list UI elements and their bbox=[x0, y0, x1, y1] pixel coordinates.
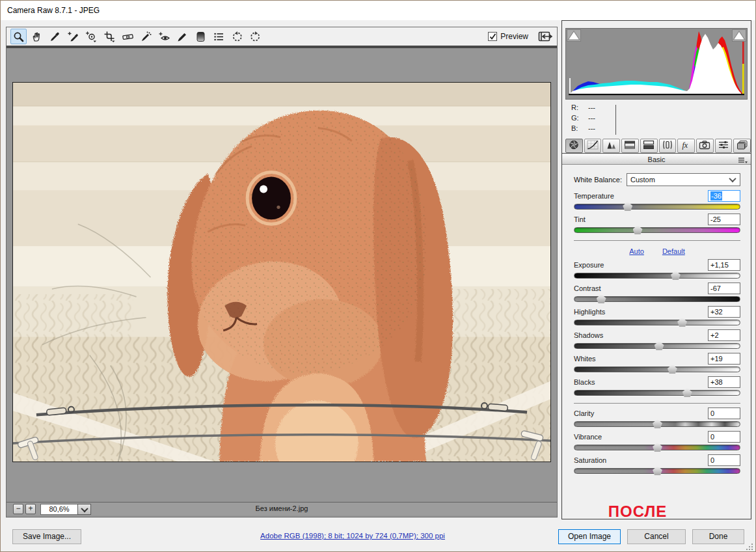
tab-presets[interactable] bbox=[715, 139, 733, 153]
temperature-slider-track[interactable] bbox=[574, 204, 740, 210]
contrast-slider-thumb[interactable] bbox=[597, 294, 606, 303]
workflow-options-link[interactable]: Adobe RGB (1998); 8 bit; 1024 by 724 (0,… bbox=[260, 532, 445, 540]
shadows-slider-thumb[interactable] bbox=[655, 341, 664, 350]
shadows-value-input[interactable]: +2 bbox=[708, 329, 740, 341]
split-bars-icon bbox=[643, 140, 655, 152]
open-image-button[interactable]: Open Image bbox=[558, 529, 621, 544]
fx-letters-icon: fx bbox=[681, 140, 692, 152]
straighten-tool-button[interactable] bbox=[120, 29, 136, 44]
blacks-value-input[interactable]: +38 bbox=[708, 376, 740, 388]
spot-removal-tool-button[interactable] bbox=[138, 29, 154, 44]
whites-slider-thumb[interactable] bbox=[668, 365, 677, 374]
shadow-clipping-warning-button[interactable] bbox=[567, 29, 581, 42]
panel-title: Basic bbox=[648, 156, 666, 163]
exposure-slider-track[interactable] bbox=[574, 273, 740, 279]
targeted-adjustment-tool-button[interactable] bbox=[83, 29, 100, 44]
rabbit-photo-graphic bbox=[13, 83, 550, 462]
preview-toggle[interactable]: Preview bbox=[488, 32, 528, 41]
tab-lens-corrections[interactable] bbox=[659, 139, 677, 153]
exposure-slider-thumb[interactable] bbox=[671, 271, 681, 280]
vibrance-slider-track[interactable] bbox=[574, 445, 740, 450]
white-balance-select[interactable]: Custom bbox=[627, 173, 740, 186]
contrast-value-input[interactable]: -67 bbox=[708, 283, 740, 294]
fullscreen-toggle-icon[interactable] bbox=[537, 30, 553, 43]
vibrance-value-input[interactable]: 0 bbox=[708, 431, 740, 443]
tab-split-toning[interactable] bbox=[640, 139, 658, 153]
section-divider bbox=[574, 240, 740, 241]
highlights-value-input[interactable]: +32 bbox=[708, 306, 740, 318]
eyedropper-icon bbox=[49, 31, 61, 42]
tab-hsl-grayscale[interactable] bbox=[621, 139, 639, 153]
hand-tool-button[interactable] bbox=[29, 29, 45, 44]
red-eye-tool-button[interactable] bbox=[156, 29, 172, 44]
white-balance-sliders: Temperature-36Tint-25 bbox=[574, 189, 740, 233]
resize-grip[interactable] bbox=[746, 543, 753, 551]
whites-slider-track[interactable] bbox=[574, 366, 740, 372]
adjustment-brush-tool-button[interactable] bbox=[174, 29, 191, 44]
saturation-slider-thumb[interactable] bbox=[653, 466, 662, 475]
graduated-filter-tool-button[interactable] bbox=[193, 29, 209, 44]
tab-tone-curve[interactable] bbox=[584, 139, 602, 153]
blacks-slider-track[interactable] bbox=[574, 390, 740, 396]
preview-checkbox[interactable] bbox=[488, 32, 497, 41]
zoom-tool-button[interactable] bbox=[10, 29, 27, 44]
stacked-squares-icon bbox=[736, 140, 748, 152]
panel-menu-icon[interactable] bbox=[738, 156, 748, 167]
tab-snapshots[interactable] bbox=[733, 139, 751, 153]
photo-rabbit[interactable] bbox=[12, 82, 551, 462]
r-label: R: bbox=[571, 104, 588, 114]
default-link[interactable]: Default bbox=[662, 247, 685, 255]
contrast-slider-track[interactable] bbox=[574, 296, 740, 302]
temperature-slider-thumb[interactable] bbox=[623, 202, 632, 211]
rotate-cw-arrow-icon bbox=[250, 31, 261, 42]
rotate-right-tool-button[interactable] bbox=[247, 29, 263, 44]
saturation-value-input[interactable]: 0 bbox=[708, 454, 740, 466]
lens-barrel-icon bbox=[662, 140, 673, 152]
image-pane: Preview bbox=[6, 27, 558, 518]
tab-basic[interactable] bbox=[565, 139, 583, 153]
slider-saturation: Saturation0 bbox=[574, 454, 740, 474]
zoom-bar: − + 80,6% Без имени-2.jpg bbox=[7, 502, 557, 516]
slider-shadows: Shadows+2 bbox=[574, 329, 740, 349]
highlights-slider-track[interactable] bbox=[574, 320, 740, 325]
saturation-slider-track[interactable] bbox=[574, 468, 740, 474]
auto-link[interactable]: Auto bbox=[629, 247, 644, 255]
crop-tool-button[interactable] bbox=[101, 29, 118, 44]
clarity-slider-thumb[interactable] bbox=[653, 419, 662, 428]
eye-plus-icon bbox=[159, 31, 170, 42]
slider-vibrance: Vibrance0 bbox=[574, 430, 740, 450]
triangles-icon bbox=[606, 140, 617, 152]
tab-detail[interactable] bbox=[602, 139, 620, 153]
preferences-tool-button[interactable] bbox=[211, 29, 227, 44]
highlights-slider-thumb[interactable] bbox=[677, 318, 687, 327]
slider-blacks: Blacks+38 bbox=[574, 376, 740, 396]
white-balance-tool-button[interactable] bbox=[47, 29, 63, 44]
preset-sliders-icon bbox=[718, 140, 729, 152]
done-button[interactable]: Done bbox=[692, 529, 744, 544]
clarity-slider-track[interactable] bbox=[574, 421, 740, 427]
save-image-button[interactable]: Save Image... bbox=[12, 529, 81, 544]
temperature-value-input[interactable]: -36 bbox=[708, 190, 740, 202]
tint-value-input[interactable]: -25 bbox=[708, 214, 740, 225]
cancel-button[interactable]: Cancel bbox=[627, 529, 686, 544]
level-icon bbox=[122, 31, 133, 42]
tint-slider-track[interactable] bbox=[574, 227, 740, 233]
tone-curve-icon bbox=[587, 140, 599, 152]
image-canvas[interactable] bbox=[7, 48, 557, 502]
highlight-clipping-warning-button[interactable] bbox=[732, 29, 746, 42]
slider-whites: Whites+19 bbox=[574, 352, 740, 372]
shadows-slider-track[interactable] bbox=[574, 343, 740, 349]
vibrance-slider-thumb[interactable] bbox=[653, 443, 662, 452]
preview-label: Preview bbox=[500, 32, 528, 41]
color-sampler-tool-button[interactable] bbox=[65, 29, 81, 44]
whites-value-input[interactable]: +19 bbox=[708, 353, 740, 365]
rotate-left-tool-button[interactable] bbox=[229, 29, 245, 44]
rotate-ccw-arrow-icon bbox=[232, 31, 243, 42]
exposure-value-input[interactable]: +1,15 bbox=[708, 259, 740, 271]
tab-effects[interactable]: fx bbox=[677, 139, 695, 153]
blacks-slider-thumb[interactable] bbox=[682, 388, 692, 397]
tab-camera-calibration[interactable] bbox=[696, 139, 714, 153]
b-label: B: bbox=[571, 124, 588, 135]
tint-slider-thumb[interactable] bbox=[633, 225, 643, 234]
clarity-value-input[interactable]: 0 bbox=[708, 407, 740, 419]
